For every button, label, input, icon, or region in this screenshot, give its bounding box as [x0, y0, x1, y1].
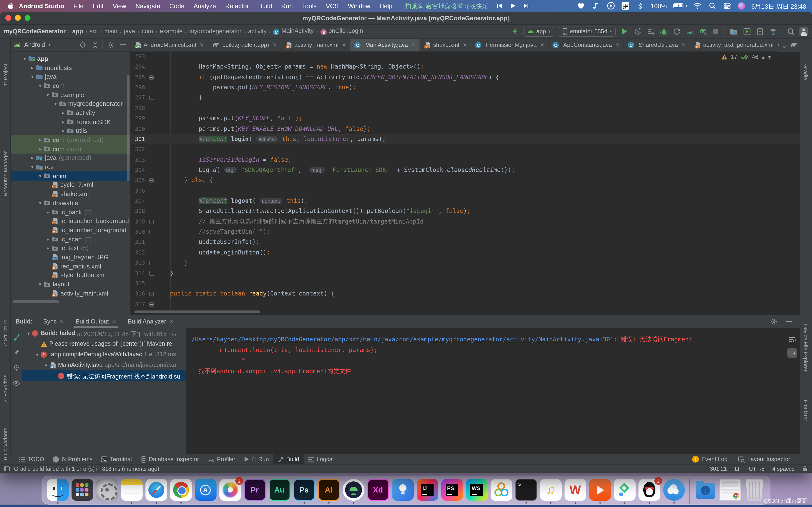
close-tab-icon[interactable]: ✕ [615, 42, 620, 48]
tree-item-example[interactable]: ▾example [11, 90, 130, 99]
tool-strip-structure[interactable]: 7: Structure [0, 309, 11, 357]
spotlight-search-icon[interactable] [708, 1, 717, 10]
breadcrumb-item-src[interactable]: src [90, 28, 98, 35]
code-line-303[interactable]: 303 isServerSideLogin = false; [131, 155, 800, 165]
tool-strip-favorites[interactable]: 2: Favorites [0, 367, 11, 410]
scroll-to-end-icon[interactable] [788, 348, 797, 358]
menu-item-tools[interactable]: Tools [302, 2, 317, 9]
dock-icon-wps-office[interactable]: W [564, 479, 587, 504]
device-select[interactable]: emulator-5554▾ [559, 26, 616, 37]
tree-item-manifests[interactable]: ▸manifests [11, 63, 130, 72]
tool-strip-build-variants[interactable]: Build Variants [0, 420, 11, 468]
pin-icon[interactable] [12, 348, 20, 357]
close-tab-icon[interactable]: ✕ [199, 42, 204, 48]
menu-item-window[interactable]: Window [348, 2, 370, 9]
build-settings-gear-icon[interactable] [770, 317, 779, 326]
inspections-widget[interactable]: 17 46 ▴ ▾ [721, 54, 771, 60]
breadcrumb-item-onclicklogin[interactable]: monClickLogin [320, 27, 363, 36]
status-widget-layout-inspector[interactable]: Layout Inspector [734, 454, 795, 464]
menu-item-file[interactable]: File [73, 2, 84, 9]
sdk-manager-icon[interactable] [768, 27, 777, 36]
tree-item-com[interactable]: ▸com(test) [11, 145, 130, 153]
code-line-317[interactable]: 317 [131, 299, 800, 309]
code-line-297[interactable]: 297 } [131, 93, 800, 103]
tree-item-img-hayden-jpg[interactable]: img_hayden.JPG [11, 252, 130, 262]
tree-item-activity-main-xml[interactable]: <>activity_main.xml [11, 289, 130, 298]
menu-app-name[interactable]: Android Studio [19, 2, 64, 9]
profiler-gauge-icon[interactable] [686, 27, 694, 36]
breadcrumb-item-com[interactable]: com [142, 28, 153, 35]
tool-window-button-database-inspector[interactable]: Database Inspector [136, 454, 203, 464]
tool-strip-gradle[interactable]: Gradle [800, 53, 811, 92]
code-line-315[interactable]: 315 [131, 279, 800, 289]
close-tab-icon[interactable]: ✕ [272, 42, 277, 48]
run-anything-icon[interactable] [743, 27, 751, 36]
build-tab-build-output[interactable]: Build Output✕ [71, 315, 121, 328]
tool-window-button-todo[interactable]: TODO [14, 454, 49, 464]
menu-item-help[interactable]: Help [379, 2, 393, 9]
collapse-all-icon[interactable] [90, 41, 99, 49]
build-tree-row[interactable]: ▾!Build: failed at 2021/6/13, 11:48 下午 w… [22, 328, 186, 338]
menu-item-run[interactable]: Run [281, 2, 293, 9]
account-avatar[interactable] [800, 27, 808, 36]
code-line-312[interactable]: 312 updateLoginButton(); [131, 248, 800, 258]
code-line-299[interactable]: 299 params.put(KEY_SCOPE, "all"); [131, 113, 800, 124]
tree-item-drawable[interactable]: ▾drawable [11, 199, 130, 207]
tree-item-tencentsdk[interactable]: ▸TencentSDK [11, 117, 130, 126]
menu-item-analyze[interactable]: Analyze [194, 2, 216, 9]
code-line-298[interactable]: 298 [131, 103, 800, 114]
dock-icon-pxcook[interactable] [391, 479, 414, 504]
code-line-310[interactable]: 310 //saveTargetUin(""); [131, 227, 800, 237]
apple-menu-icon[interactable] [6, 1, 14, 10]
dock-icon-photos[interactable]: 2 [218, 479, 242, 504]
run-button[interactable] [620, 27, 629, 36]
attach-profiler-icon[interactable] [672, 27, 681, 36]
close-tab-icon[interactable]: ✕ [681, 42, 686, 48]
dock-icon-intellij-idea[interactable]: IJ [416, 479, 439, 504]
search-everywhere-icon[interactable] [786, 27, 795, 36]
play-icon[interactable] [509, 1, 517, 10]
editor-tab-activity-main-xml[interactable]: <>activity_main.xml✕ [281, 39, 351, 51]
code-line-296[interactable]: 296 params.put(KEY_RESTORE_LANDSCAPE, tr… [131, 82, 800, 93]
stop-button[interactable] [711, 27, 720, 36]
code-line-293[interactable]: 293 [131, 52, 800, 62]
tree-item-utils[interactable]: ▸utils [11, 126, 130, 135]
profile-app-icon[interactable]: A [633, 27, 642, 36]
dock-icon-launchpad[interactable] [70, 479, 94, 504]
tree-item-res[interactable]: ▾res [11, 163, 130, 171]
code-editor[interactable]: 293294 HashMap<String, Object> params = … [131, 52, 800, 309]
tool-window-button-terminal[interactable]: Terminal [97, 454, 136, 464]
code-line-309[interactable]: 309 // 第三方也可以选择注销的时候不去清除第三方的targetUin/ta… [131, 217, 800, 227]
code-line-311[interactable]: 311 updateUserInfo(); [131, 237, 800, 248]
dock-icon-safari[interactable] [145, 479, 168, 504]
tree-item-java[interactable]: ▸java(generated) [11, 153, 130, 162]
status-widget-event-log[interactable]: 1Event Log [688, 454, 732, 464]
dock-icon-qq[interactable]: 3 [638, 479, 661, 504]
filter-icon[interactable] [12, 363, 20, 372]
tool-window-button-6-problems[interactable]: !6: Problems [49, 454, 97, 464]
menu-item-build[interactable]: Build [258, 2, 272, 9]
line-separator[interactable]: LF [735, 466, 741, 471]
tool-strip-emulator[interactable]: Emulator [800, 391, 811, 430]
breadcrumb-item-example[interactable]: example [160, 28, 183, 35]
tool-window-button-build[interactable]: Build [273, 454, 304, 464]
readonly-lock-icon[interactable] [802, 466, 807, 471]
build-tree-row[interactable]: Please remove usages of `jcenter()` Mave… [22, 338, 186, 349]
menu-item-refactor[interactable]: Refactor [225, 2, 249, 9]
more-tabs-chevron-icon[interactable]: ⌄ [781, 41, 788, 50]
status-message[interactable]: Gradle build failed with 1 error(s) in 8… [14, 466, 159, 471]
hide-panel-icon[interactable] [118, 41, 127, 49]
menu-item-code[interactable]: Code [169, 2, 185, 9]
code-line-305[interactable]: 305 } else { [131, 175, 800, 186]
menu-clock[interactable]: 6月13日 周日 23:48 [751, 1, 806, 10]
inspect-eye-icon[interactable] [12, 379, 20, 388]
project-tree-vscrollbar[interactable] [127, 75, 130, 181]
soft-wrap-icon[interactable] [788, 335, 797, 344]
dock-icon-downloads[interactable]: ↓ [694, 479, 717, 504]
dock-icon-app-store[interactable]: A [194, 479, 217, 504]
dock-icon-cloud-drive[interactable] [662, 479, 686, 504]
code-line-308[interactable]: 308 SharedUtil.getIntance(getApplication… [131, 207, 800, 217]
restart-build-icon[interactable] [12, 333, 20, 341]
tree-item-ic-text[interactable]: ▸ic_text(5) [11, 243, 130, 252]
minimize-window-button[interactable] [15, 15, 21, 21]
